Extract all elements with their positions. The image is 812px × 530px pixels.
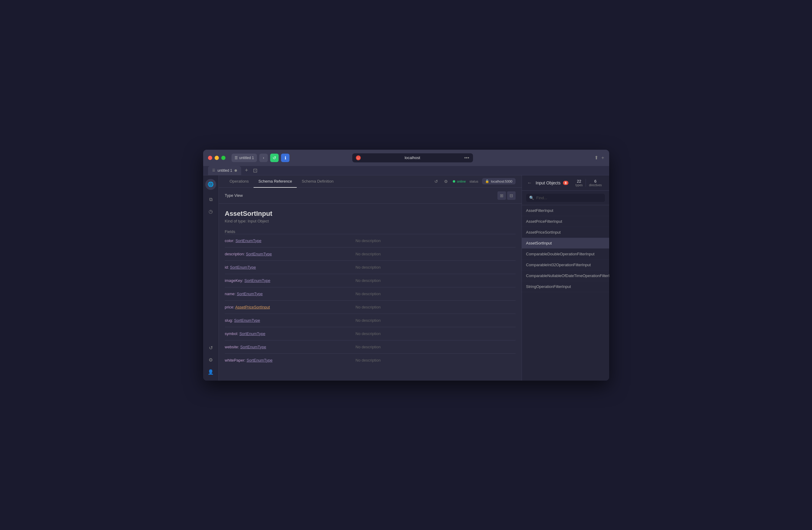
view-toggle: ⊞ ⊟ [497, 191, 516, 200]
field-desc-cell: No description [356, 261, 516, 274]
field-name-text: website: [225, 345, 240, 349]
field-type-link[interactable]: SortEnumType [240, 345, 266, 349]
field-name-cell: symbol: SortEnumType [225, 327, 356, 340]
types-count: 22 [575, 179, 583, 183]
list-item[interactable]: AssetFilterInput [522, 205, 609, 216]
field-type-link[interactable]: SortEnumType [234, 318, 260, 323]
field-type-link[interactable]: SortEnumType [247, 358, 273, 363]
list-item[interactable]: AssetSortInput [522, 238, 609, 249]
url-text: localhost [363, 156, 462, 160]
field-name-text: slug: [225, 318, 234, 323]
field-desc-cell: No description [356, 327, 516, 340]
tab-schema-reference[interactable]: Schema Reference [253, 175, 297, 188]
url-options-icon[interactable]: ••• [464, 155, 469, 161]
field-name-cell: website: SortEnumType [225, 340, 356, 353]
list-item[interactable]: ComparableDoubleOperationFilterInput [522, 249, 609, 260]
field-type-link[interactable]: AssetPriceSortInput [235, 305, 270, 309]
field-name-cell: id: SortEnumType [225, 261, 356, 274]
table-row: color: SortEnumTypeNo description [225, 234, 516, 247]
list-item[interactable]: ComparableInt32OperationFilterInput [522, 260, 609, 270]
input-list: AssetFilterInputAssetPriceFilterInputAss… [522, 205, 609, 381]
sidebar-item-settings[interactable]: ⚙ [206, 355, 216, 365]
search-box: 🔍 [522, 191, 609, 205]
field-type-link[interactable]: SortEnumType [237, 292, 263, 296]
list-view-button[interactable]: ⊟ [507, 191, 516, 200]
list-item[interactable]: AssetPriceFilterInput [522, 216, 609, 227]
type-kind: Kind of type: Input Object [225, 219, 516, 223]
list-item[interactable]: AssetPriceSortInput [522, 227, 609, 238]
tab-operations[interactable]: Operations [225, 175, 254, 188]
minimize-button[interactable] [215, 156, 219, 160]
type-name: AssetSortInput [225, 210, 516, 218]
list-item[interactable]: StringOperationFilterInput [522, 281, 609, 292]
field-type-link[interactable]: SortEnumType [246, 252, 272, 256]
panel-tab-right: ↺ ⚙ online status 🔒 localhost:5000 [433, 178, 516, 185]
app-logo[interactable]: 🌐 [205, 179, 216, 190]
sidebar-item-history[interactable]: ◷ [206, 207, 216, 217]
split-view-button[interactable]: ⊡ [252, 166, 259, 175]
field-name-text: symbol: [225, 332, 240, 336]
url-bar[interactable]: 🐙 localhost ••• [352, 153, 473, 162]
search-input-wrap[interactable]: 🔍 [526, 194, 605, 202]
sidebar-bottom: ↺ ⚙ 👤 [206, 343, 216, 377]
field-desc-cell: No description [356, 287, 516, 300]
sidebar-item-refresh[interactable]: ↺ [206, 343, 216, 353]
sidebar-back-button[interactable]: ← [526, 180, 533, 186]
refresh-nav-button[interactable]: ↺ [270, 153, 279, 162]
directives-count: 6 [589, 179, 601, 183]
tab-untitled[interactable]: ☰ untitled 1 [208, 166, 242, 175]
logo-icon: 🌐 [208, 181, 214, 187]
panel-refresh-button[interactable]: ↺ [433, 178, 439, 185]
close-button[interactable] [208, 156, 212, 160]
back-nav-button[interactable]: ‹ [259, 153, 268, 162]
tab-bar: ☰ untitled 1 + ⊡ [203, 166, 609, 175]
table-row: price: AssetPriceSortInputNo description [225, 300, 516, 313]
copy-icon: ⧉ [209, 197, 213, 202]
new-tab-button[interactable]: + [244, 166, 249, 175]
content-area: AssetSortInput Kind of type: Input Objec… [219, 204, 522, 381]
stat-types: 22 types [572, 179, 586, 187]
field-desc-cell: No description [356, 353, 516, 367]
app-body: 🌐 ⧉ ◷ ↺ ⚙ 👤 [203, 175, 609, 381]
table-row: description: SortEnumTypeNo description [225, 247, 516, 261]
status-dot [453, 180, 455, 182]
sidebar-item-user[interactable]: 👤 [206, 367, 216, 377]
search-input[interactable] [536, 195, 602, 200]
field-desc-cell: No description [356, 274, 516, 287]
add-tab-button[interactable]: + [601, 155, 604, 161]
field-type-link[interactable]: SortEnumType [235, 238, 261, 243]
list-item[interactable]: ComparableNullableOfDateTimeOperationFil… [522, 270, 609, 281]
fields-label: Fields [225, 230, 516, 234]
browser-window: ☰ untitled 1 ‹ ↺ ℹ 🐙 localhost ••• ⬆ + ☰… [203, 150, 609, 381]
grid-view-button[interactable]: ⊞ [497, 191, 506, 200]
private-mode-button[interactable]: ☰ untitled 1 [232, 153, 257, 162]
sidebar-item-copy[interactable]: ⧉ [206, 195, 216, 204]
search-icon: 🔍 [529, 195, 534, 200]
field-desc-cell: No description [356, 300, 516, 313]
info-button[interactable]: ℹ [281, 153, 289, 162]
field-type-link[interactable]: SortEnumType [245, 278, 271, 283]
tab-schema-definition[interactable]: Schema Definition [297, 175, 338, 188]
field-name-cell: color: SortEnumType [225, 234, 356, 247]
server-badge: 🔒 localhost:5000 [482, 178, 516, 185]
field-desc-cell: No description [356, 234, 516, 247]
panel-settings-button[interactable]: ⚙ [443, 178, 449, 185]
share-button[interactable]: ⬆ [594, 155, 598, 161]
table-row: slug: SortEnumTypeNo description [225, 313, 516, 327]
type-view-title: Type View [225, 193, 243, 198]
panel-tabs: Operations Schema Reference Schema Defin… [219, 175, 522, 188]
input-objects-count-badge: 8 [563, 181, 568, 185]
table-row: imageKey: SortEnumTypeNo description [225, 274, 516, 287]
server-address: localhost:5000 [491, 180, 512, 183]
tab-title: untitled 1 [218, 168, 232, 173]
main-panel: Operations Schema Reference Schema Defin… [219, 175, 522, 381]
field-type-link[interactable]: SortEnumType [230, 265, 256, 269]
field-name-text: price: [225, 305, 235, 309]
field-type-link[interactable]: SortEnumType [240, 332, 265, 336]
history-icon: ◷ [208, 209, 213, 214]
field-name-text: name: [225, 292, 237, 296]
tab-file-icon: ☰ [212, 168, 215, 172]
status-indicator: online status [453, 180, 478, 183]
types-label: types [575, 183, 583, 187]
maximize-button[interactable] [221, 156, 226, 160]
